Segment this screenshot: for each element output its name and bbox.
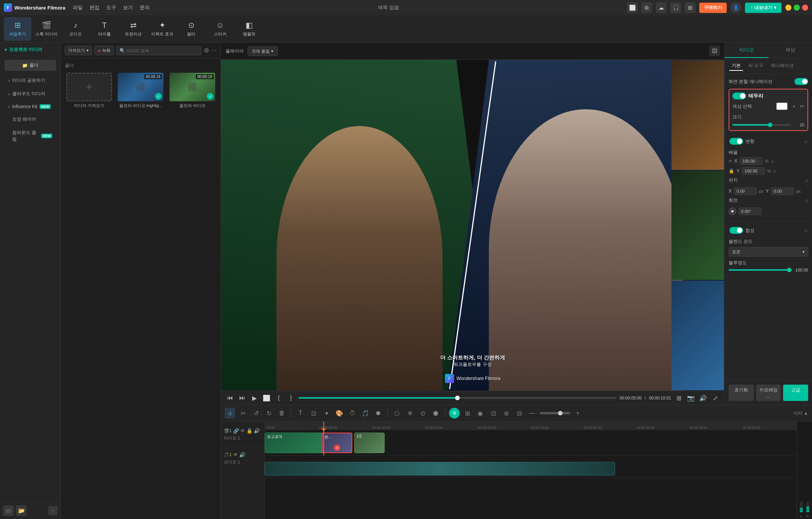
border-size-slider-track[interactable] [732, 124, 791, 126]
mark-in-button[interactable]: { [274, 393, 283, 402]
clip-audio[interactable] [265, 462, 615, 476]
quality-dropdown[interactable]: 전체 품질 ▾ [248, 46, 278, 56]
tl-text-button[interactable]: T [295, 408, 306, 418]
new-folder-button[interactable]: 🗁 [3, 505, 14, 516]
tl-record-button[interactable]: ⏺ [373, 408, 384, 418]
tl-more2[interactable]: ◉ [475, 408, 486, 418]
avatar[interactable]: 👤 [730, 2, 741, 13]
tl-trim-tool[interactable]: ✂ [238, 408, 248, 418]
cloud-icon-btn[interactable]: ☁ [656, 2, 667, 13]
video2-thumb[interactable]: 00:00:19 ✓ ⬛ [169, 73, 215, 101]
color-picker-icon[interactable]: ✏ [800, 103, 804, 109]
tl-redo-button[interactable]: ↻ [264, 408, 274, 418]
menu-help[interactable]: 문의 [140, 4, 150, 11]
scale-x-keyframe-icon[interactable]: ◇ [771, 159, 774, 163]
blend-toggle[interactable] [729, 227, 743, 234]
close-button[interactable] [802, 5, 808, 11]
media-item-video1[interactable]: 00:00:16 ✓ ⬛ 필모라 비디오-highlig... [117, 73, 165, 109]
toolbar-file-add[interactable]: ⊞ 파일추가 [4, 17, 31, 41]
clip-3[interactable]: 1/2 [354, 433, 385, 453]
blend-keyframe-icon[interactable]: ◇ [804, 228, 807, 233]
tl-plus[interactable]: + [572, 408, 583, 418]
blend-section-header[interactable]: 합성 ◇ [729, 224, 808, 237]
export-button[interactable]: ↑ 내보내기 ▾ [745, 3, 782, 13]
sidebar-folder-button[interactable]: 📁 폴더 [5, 60, 56, 71]
snapshot-button[interactable]: 📷 [686, 393, 695, 402]
toolbar-audio[interactable]: ♪ 오디오 [62, 17, 89, 41]
timeline-scrubber[interactable] [455, 396, 460, 400]
tl-meter-label[interactable]: 미터 ▲ [793, 410, 808, 417]
stop-button[interactable]: ⬜ [262, 393, 271, 402]
media-search-box[interactable]: 🔍 [116, 46, 201, 55]
maximize-button[interactable] [794, 5, 800, 11]
tl-stamp-button[interactable]: ⬟ [430, 408, 441, 418]
opacity-slider-thumb[interactable] [787, 268, 791, 272]
record-button[interactable]: ● 녹화 [94, 46, 114, 55]
tl-split-button[interactable]: ⬡ [392, 408, 402, 418]
blend-mode-dropdown[interactable]: 표준 ▾ [729, 247, 808, 257]
tl-undo-button[interactable]: ↺ [251, 408, 261, 418]
filter-action-icon[interactable]: ⚙ [204, 47, 209, 54]
play-button[interactable]: ▶ [250, 393, 259, 402]
grid-icon-btn[interactable]: ⊞ [685, 2, 695, 13]
volume-button[interactable]: 🔊 [699, 393, 708, 402]
toolbar-filter[interactable]: ⊙ 필터 [177, 17, 205, 41]
sidebar-item-compound-clip[interactable]: › 컴파운드 클립 NEW [2, 126, 58, 145]
transform-section-header[interactable]: 변환 ◇ [729, 135, 808, 148]
clip-delete-icon[interactable]: ✕ [334, 445, 340, 451]
add-media-thumb[interactable]: + [66, 73, 112, 101]
video1-thumb[interactable]: 00:00:16 ✓ ⬛ [118, 73, 163, 101]
sidebar-item-media-share[interactable]: › 미디어 공유하기 [2, 74, 58, 87]
tl-audio-button[interactable]: 🎵 [360, 408, 371, 418]
monitor-icon-btn[interactable]: ⬜ [627, 2, 638, 13]
tl-minus[interactable]: — [527, 408, 537, 418]
toolbar-template[interactable]: ◧ 템플릿 [235, 17, 263, 41]
tl-zoom-slider[interactable] [540, 412, 570, 414]
collapse-sidebar-button[interactable]: ‹ [48, 506, 58, 515]
video-track-volume-icon[interactable]: 🔊 [254, 428, 260, 434]
rotation-dial[interactable] [729, 208, 736, 215]
video-track-eye-icon[interactable]: 👁 [240, 428, 245, 434]
subtab-basic[interactable]: 기본 [729, 61, 743, 71]
mark-out-button[interactable]: } [286, 393, 296, 402]
scale-x-input[interactable] [740, 157, 762, 165]
sidebar-item-influence-kit[interactable]: › Influence Kit NEW [2, 101, 58, 112]
color-dropdown-button[interactable]: ▾ [790, 102, 798, 110]
preview-timeline-bar[interactable] [299, 397, 617, 399]
pos-x-input[interactable] [734, 187, 757, 195]
clip-분[interactable]: 분... ✕ [322, 433, 352, 453]
rotation-keyframe-icon[interactable]: ◇ [805, 198, 808, 203]
tl-zoom-thumb[interactable] [558, 411, 563, 415]
toolbar-stock-media[interactable]: 🎬 스톡 미디어 [33, 17, 60, 41]
scale-y-keyframe-icon[interactable]: ◇ [773, 169, 776, 173]
video-track-lock-icon[interactable]: 🔒 [246, 428, 253, 434]
border-toggle[interactable] [732, 93, 746, 99]
tl-more1[interactable]: ⊞ [462, 408, 473, 418]
lock-icon[interactable]: 🔒 [729, 168, 734, 174]
position-keyframe-icon[interactable]: ◇ [805, 178, 808, 182]
audio-track-eye-icon[interactable]: 👁 [233, 452, 238, 458]
audio-track-volume-icon[interactable]: 🔊 [239, 452, 245, 458]
border-size-slider-thumb[interactable] [768, 123, 772, 127]
add-to-timeline-button[interactable]: ⊞ [674, 393, 683, 402]
menu-file[interactable]: 파일 [73, 4, 83, 11]
sidebar-project-media-header[interactable]: ▾ 프로젝트 미디어 [0, 43, 61, 57]
menu-view[interactable]: 보기 [123, 4, 133, 11]
import-dropdown-button[interactable]: 가져오기 ▾ [65, 46, 92, 55]
tl-more4[interactable]: ⊛ [501, 408, 511, 418]
subtab-animation[interactable]: 애니메이션 [769, 61, 796, 71]
tab-color[interactable]: 색상 [769, 43, 812, 58]
media-item-add[interactable]: + 미디어 가져오기 [65, 73, 113, 109]
opacity-slider-track[interactable] [729, 269, 792, 271]
menu-tools[interactable]: 도구 [106, 4, 116, 11]
subtab-ai-tools[interactable]: AI 도구 [746, 61, 766, 71]
transform-toggle[interactable] [729, 138, 743, 145]
playhead[interactable] [323, 430, 324, 455]
advanced-button[interactable]: 고급 [783, 385, 808, 401]
preview-action-image[interactable]: 🖼 [709, 46, 720, 56]
keyframe-button[interactable]: 키프레임 ... [756, 385, 781, 401]
step-back-button[interactable]: ⏭ [238, 393, 247, 402]
toolbar-sticker[interactable]: ☺ 스티커 [206, 17, 234, 41]
tl-more5[interactable]: ⊟ [514, 408, 524, 418]
color-swatch[interactable] [776, 102, 788, 110]
